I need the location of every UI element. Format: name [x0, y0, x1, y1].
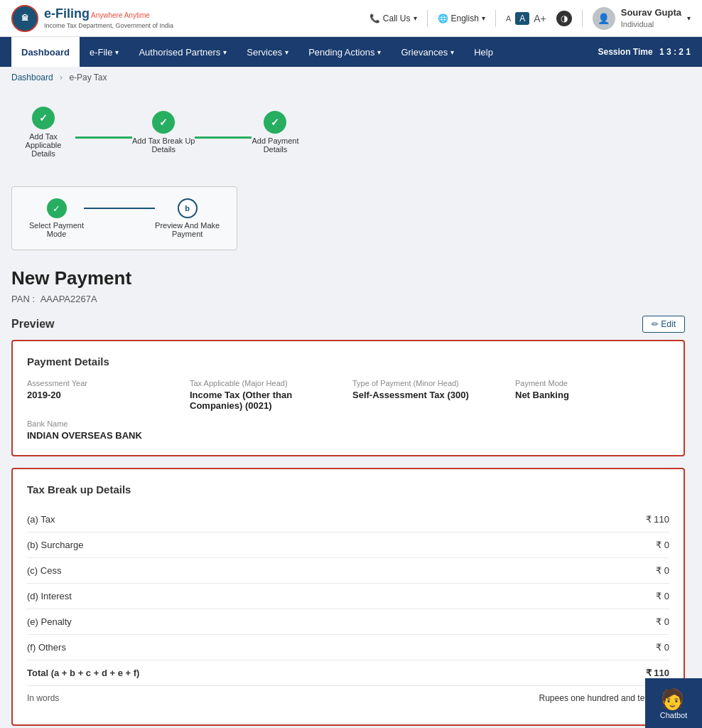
tax-row-f: (f) Others ₹ 0	[27, 635, 669, 660]
divider2	[495, 10, 496, 27]
contrast-toggle-button[interactable]: ◑	[556, 11, 572, 26]
tax-total-value: ₹ 110	[646, 668, 669, 678]
sub-step-1-circle: ✓	[47, 198, 67, 218]
step-group-main: ✓ Add Tax Applicable Details ✓ Add Tax B…	[11, 107, 299, 158]
nav-items: Dashboard e-File ▾ Authorised Partners ▾…	[11, 37, 598, 67]
edit-button[interactable]: ✏ Edit	[642, 316, 685, 333]
contrast-icon: ◑	[561, 14, 568, 23]
nav-help[interactable]: Help	[464, 37, 503, 67]
chevron-services-icon: ▾	[285, 48, 288, 56]
field-payment-mode: Payment Mode Net Banking	[515, 379, 669, 411]
tax-total-label: Total (a + b + c + d + e + f)	[27, 668, 139, 678]
logo-text-area: e-Filing Anywhere Anytime Income Tax Dep…	[44, 6, 173, 29]
pan-display: PAN : AAAPA2267A	[11, 294, 685, 304]
globe-icon: 🌐	[438, 14, 448, 23]
field-assessment-year: Assessment Year 2019-20	[27, 379, 181, 411]
tax-row-b-value: ₹ 0	[656, 540, 669, 550]
language-selector[interactable]: 🌐 English ▾	[438, 14, 485, 23]
tax-row-d-value: ₹ 0	[656, 591, 669, 601]
bank-field: Bank Name INDIAN OVERSEAS BANK	[27, 419, 669, 441]
logo-area: 🏛 e-Filing Anywhere Anytime Income Tax D…	[11, 5, 369, 32]
logo-tagline: Anywhere Anytime	[91, 11, 150, 20]
main-content: ✓ Add Tax Applicable Details ✓ Add Tax B…	[0, 88, 696, 728]
breadcrumb-current: e-Pay Tax	[69, 73, 107, 82]
user-chevron-icon: ▾	[687, 14, 691, 22]
field-tax-applicable-label: Tax Applicable (Major Head)	[190, 379, 344, 387]
chatbot-label: Chatbot	[660, 711, 688, 719]
nav-authorised-partners[interactable]: Authorised Partners ▾	[129, 37, 237, 67]
breadcrumb-separator: ›	[60, 73, 63, 82]
tax-row-a-label: (a) Tax	[27, 514, 55, 525]
sub-step-line	[84, 208, 155, 209]
tax-row-c-label: (c) Cess	[27, 565, 61, 576]
nav-dashboard[interactable]: Dashboard	[11, 37, 80, 67]
tax-row-e-label: (e) Penalty	[27, 616, 72, 627]
page-title: New Payment	[11, 267, 685, 289]
logo-efiling: e-Filing	[44, 6, 90, 22]
nav-efile[interactable]: e-File ▾	[80, 37, 129, 67]
sub-step-1-label: Select Payment Mode	[29, 221, 84, 238]
call-us-button[interactable]: 📞 Call Us ▾	[369, 14, 417, 23]
font-size-controls: A A A+	[506, 12, 546, 25]
tax-row-c: (c) Cess ₹ 0	[27, 558, 669, 584]
tax-breakup-card: Tax Break up Details (a) Tax ₹ 110 (b) S…	[11, 468, 685, 726]
tax-row-a: (a) Tax ₹ 110	[27, 507, 669, 532]
session-timer: Session Time 1 3 : 2 1	[598, 47, 691, 57]
tax-row-a-value: ₹ 110	[646, 514, 669, 525]
sub-step-2: b Preview And Make Payment	[155, 198, 220, 238]
step-1-circle: ✓	[32, 107, 55, 129]
top-bar: 🏛 e-Filing Anywhere Anytime Income Tax D…	[0, 0, 702, 37]
tax-row-c-value: ₹ 0	[656, 565, 669, 576]
tax-row-d-label: (d) Interest	[27, 591, 72, 601]
breadcrumb-dashboard[interactable]: Dashboard	[11, 73, 53, 82]
tax-words-label: In words	[27, 693, 59, 703]
nav-pending-actions[interactable]: Pending Actions ▾	[298, 37, 391, 67]
chevron-pending-icon: ▾	[377, 48, 381, 56]
chatbot-widget[interactable]: 🧑 Chatbot	[645, 678, 702, 728]
sub-stepper: ✓ Select Payment Mode b Preview And Make…	[11, 186, 237, 250]
step-1-label: Add Tax Applicable Details	[11, 132, 75, 158]
tax-words-row: In words Rupees one hundred and ten Only	[27, 686, 669, 710]
tax-row-e-value: ₹ 0	[656, 616, 669, 627]
step-line-1	[75, 136, 132, 139]
chevron-efile-icon: ▾	[115, 48, 119, 56]
avatar: 👤	[593, 7, 615, 30]
font-small-button[interactable]: A	[506, 14, 511, 23]
main-stepper: ✓ Add Tax Applicable Details ✓ Add Tax B…	[11, 100, 685, 165]
divider3	[582, 10, 583, 27]
chatbot-content: 🧑 Chatbot	[660, 687, 688, 719]
field-payment-mode-label: Payment Mode	[515, 379, 669, 387]
preview-header: Preview ✏ Edit	[11, 316, 685, 333]
tax-breakup-title: Tax Break up Details	[27, 483, 669, 496]
step-2: ✓ Add Tax Break Up Details	[132, 111, 195, 154]
tax-row-d: (d) Interest ₹ 0	[27, 584, 669, 609]
nav-bar: Dashboard e-File ▾ Authorised Partners ▾…	[0, 37, 702, 67]
step-2-circle: ✓	[152, 111, 175, 134]
chevron-grievances-icon: ▾	[450, 48, 454, 56]
tax-row-e: (e) Penalty ₹ 0	[27, 609, 669, 635]
phone-icon: 📞	[369, 14, 380, 23]
sub-step-2-label: Preview And Make Payment	[155, 221, 220, 238]
step-2-label: Add Tax Break Up Details	[132, 136, 195, 154]
nav-grievances[interactable]: Grievances ▾	[391, 37, 464, 67]
step-line-2	[195, 136, 252, 139]
nav-services[interactable]: Services ▾	[237, 37, 298, 67]
tax-row-b-label: (b) Surcharge	[27, 540, 83, 550]
user-area[interactable]: 👤 Sourav Gupta Individual ▾	[593, 7, 691, 30]
payment-details-grid: Assessment Year 2019-20 Tax Applicable (…	[27, 379, 669, 411]
bank-name-label: Bank Name	[27, 419, 669, 428]
font-normal-button[interactable]: A	[515, 12, 529, 25]
logo-dept: Income Tax Department, Government of Ind…	[44, 22, 173, 30]
tax-rows: (a) Tax ₹ 110 (b) Surcharge ₹ 0 (c) Cess…	[27, 507, 669, 710]
sub-step-1: ✓ Select Payment Mode	[29, 198, 84, 238]
breadcrumb: Dashboard › e-Pay Tax	[0, 67, 702, 88]
font-large-button[interactable]: A+	[534, 13, 546, 24]
tax-row-f-value: ₹ 0	[656, 642, 669, 653]
step-3-circle: ✓	[264, 111, 286, 134]
field-type-of-payment-label: Type of Payment (Minor Head)	[352, 379, 507, 387]
field-tax-applicable-value: Income Tax (Other than Companies) (0021)	[190, 390, 344, 411]
top-bar-actions: 📞 Call Us ▾ 🌐 English ▾ A A A+ ◑ 👤 Soura…	[369, 7, 691, 30]
chevron-down-icon2: ▾	[482, 14, 485, 22]
tax-row-b: (b) Surcharge ₹ 0	[27, 532, 669, 558]
sub-step-2-circle: b	[178, 198, 198, 218]
